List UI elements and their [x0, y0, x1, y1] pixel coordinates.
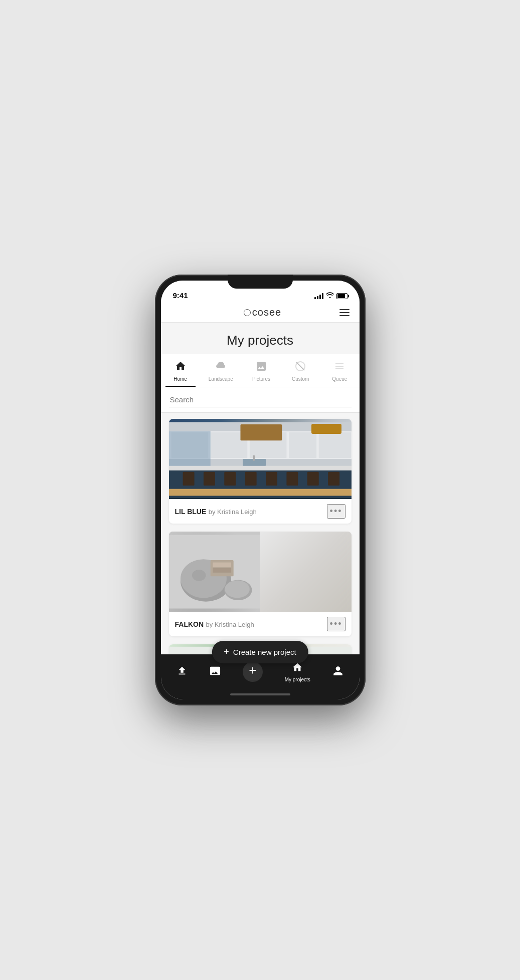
phone-screen: 9:41: [161, 281, 360, 699]
project-image-falkon: [169, 532, 352, 612]
nav-my-projects[interactable]: My projects: [285, 662, 310, 682]
create-project-label: Create new project: [233, 648, 296, 656]
upload-icon: [177, 665, 188, 679]
phone-frame: 9:41: [155, 275, 366, 705]
logo-text: cosee: [252, 307, 281, 318]
svg-rect-11: [183, 472, 194, 486]
svg-rect-6: [288, 432, 316, 458]
hamburger-icon[interactable]: [339, 309, 350, 316]
add-center-button[interactable]: [243, 662, 263, 682]
home-bar: [230, 693, 290, 695]
svg-rect-21: [253, 455, 255, 461]
more-options-falkon[interactable]: •••: [327, 617, 345, 631]
svg-line-0: [296, 362, 304, 370]
tab-queue[interactable]: Queue: [324, 358, 355, 387]
svg-point-34: [292, 571, 294, 573]
svg-point-33: [269, 557, 271, 559]
nav-upload[interactable]: [177, 665, 188, 679]
svg-rect-17: [307, 472, 318, 486]
create-plus-icon: +: [224, 647, 229, 657]
tab-landscape[interactable]: Landscape: [205, 358, 237, 387]
svg-rect-18: [328, 472, 339, 486]
svg-rect-13: [224, 472, 236, 486]
nav-gallery[interactable]: [210, 665, 221, 679]
page-title: My projects: [171, 333, 350, 348]
queue-tab-icon: [333, 360, 345, 375]
svg-rect-30: [213, 563, 231, 567]
tab-landscape-label: Landscape: [209, 376, 233, 382]
svg-rect-32: [260, 535, 352, 608]
tab-pictures-label: Pictures: [252, 376, 270, 382]
tab-pictures[interactable]: Pictures: [246, 358, 276, 387]
project-name-falkon: FALKON by Kristina Leigh: [175, 620, 254, 629]
svg-rect-16: [286, 472, 298, 486]
create-project-button[interactable]: + Create new project: [212, 641, 308, 663]
app-header: cosee: [161, 303, 360, 323]
svg-point-37: [278, 594, 280, 596]
svg-point-28: [225, 580, 250, 598]
svg-point-35: [315, 585, 317, 587]
tab-home[interactable]: Home: [165, 358, 196, 387]
signal-icon: [314, 293, 323, 299]
project-info-falkon: FALKON by Kristina Leigh •••: [169, 612, 352, 636]
wifi-icon: [326, 292, 334, 300]
svg-rect-19: [169, 489, 352, 496]
tab-home-label: Home: [174, 376, 187, 382]
home-tab-icon: [175, 360, 187, 375]
svg-rect-8: [240, 424, 282, 440]
tab-custom-label: Custom: [292, 376, 309, 382]
svg-rect-15: [266, 472, 277, 486]
status-icons: [314, 292, 348, 300]
search-input[interactable]: [169, 392, 352, 407]
more-options-lil-blue[interactable]: •••: [327, 504, 345, 519]
project-card-falkon[interactable]: FALKON by Kristina Leigh •••: [169, 532, 352, 636]
pictures-tab-icon: [255, 360, 267, 375]
project-name-lil-blue: LIL BLUE by Kristina Leigh: [175, 507, 257, 516]
project-info-lil-blue: LIL BLUE by Kristina Leigh •••: [169, 499, 352, 524]
project-card-lil-blue[interactable]: LIL BLUE by Kristina Leigh •••: [169, 419, 352, 524]
custom-tab-icon: [294, 360, 306, 375]
nav-profile[interactable]: [332, 665, 343, 679]
home-indicator: [161, 689, 360, 699]
my-projects-icon: [292, 662, 303, 675]
svg-rect-10: [169, 466, 352, 470]
status-time: 9:41: [173, 291, 188, 300]
project-image-lil-blue: [169, 419, 352, 499]
svg-point-26: [192, 570, 206, 581]
category-tabs: Home Landscape Pictures: [161, 354, 360, 387]
tab-custom[interactable]: Custom: [285, 358, 315, 387]
nav-my-projects-label: My projects: [285, 677, 310, 682]
svg-point-36: [334, 562, 335, 563]
app-logo: cosee: [244, 307, 281, 318]
tab-queue-label: Queue: [332, 376, 347, 382]
content-area[interactable]: LIL BLUE by Kristina Leigh •••: [161, 413, 360, 654]
battery-icon: [336, 293, 348, 299]
nav-add[interactable]: [243, 662, 263, 682]
add-icon: [247, 665, 258, 679]
landscape-tab-icon: [215, 360, 227, 375]
profile-icon: [332, 665, 343, 679]
page-title-section: My projects: [161, 323, 360, 354]
svg-rect-14: [245, 472, 256, 486]
notch: [228, 275, 293, 289]
svg-rect-12: [203, 472, 215, 486]
logo-circle-icon: [244, 309, 251, 316]
search-section: [161, 387, 360, 413]
svg-rect-31: [213, 568, 231, 573]
gallery-icon: [210, 665, 221, 679]
svg-rect-7: [318, 432, 351, 458]
svg-rect-22: [169, 431, 211, 466]
